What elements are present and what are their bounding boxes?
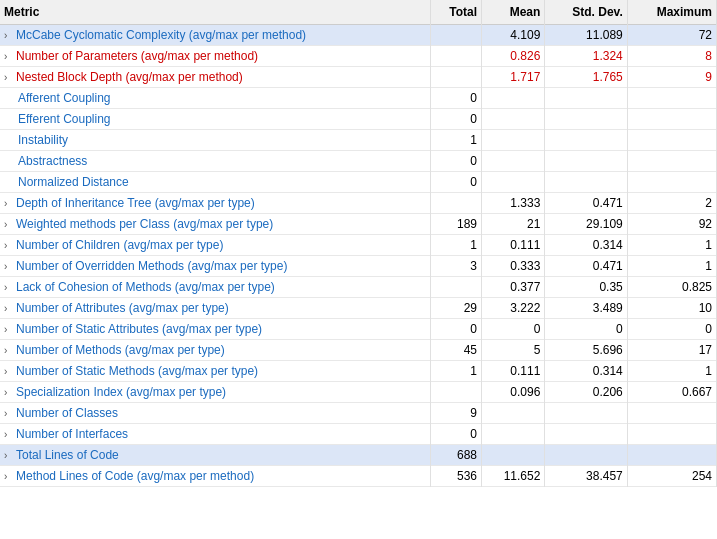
metric-stddev: 29.109 [545, 214, 627, 235]
metric-mean: 3.222 [481, 298, 544, 319]
table-row[interactable]: ›Nested Block Depth (avg/max per method)… [0, 67, 717, 88]
metric-mean [481, 403, 544, 424]
metric-stddev: 0.314 [545, 361, 627, 382]
metric-name-cell: ›Number of Classes [0, 403, 431, 424]
metric-total: 0 [431, 172, 482, 193]
table-row[interactable]: ›Number of Static Methods (avg/max per t… [0, 361, 717, 382]
table-row[interactable]: ›Method Lines of Code (avg/max per metho… [0, 466, 717, 487]
metric-name-cell: ›Number of Parameters (avg/max per metho… [0, 46, 431, 67]
table-row[interactable]: Efferent Coupling0 [0, 109, 717, 130]
table-row[interactable]: ›Depth of Inheritance Tree (avg/max per … [0, 193, 717, 214]
metric-total: 688 [431, 445, 482, 466]
metric-maximum: 1 [627, 235, 716, 256]
expand-icon[interactable]: › [4, 429, 14, 440]
metric-mean [481, 424, 544, 445]
metric-name-cell: ›Number of Attributes (avg/max per type) [0, 298, 431, 319]
metric-stddev: 38.457 [545, 466, 627, 487]
metric-maximum [627, 130, 716, 151]
metric-label: Number of Static Attributes (avg/max per… [16, 322, 262, 336]
expand-icon[interactable]: › [4, 30, 14, 41]
metric-name-cell: ›Method Lines of Code (avg/max per metho… [0, 466, 431, 487]
metric-total [431, 46, 482, 67]
metric-maximum: 0 [627, 319, 716, 340]
expand-icon[interactable]: › [4, 366, 14, 377]
metric-maximum [627, 88, 716, 109]
table-row[interactable]: Instability1 [0, 130, 717, 151]
expand-icon[interactable]: › [4, 408, 14, 419]
metric-name-cell: ›Number of Static Methods (avg/max per t… [0, 361, 431, 382]
table-row[interactable]: ›Total Lines of Code688 [0, 445, 717, 466]
metric-label: Number of Children (avg/max per type) [16, 238, 223, 252]
metric-name-cell: ›Number of Overridden Methods (avg/max p… [0, 256, 431, 277]
metric-maximum [627, 403, 716, 424]
metric-total: 29 [431, 298, 482, 319]
metric-label: Normalized Distance [18, 175, 129, 189]
table-row[interactable]: ›Specialization Index (avg/max per type)… [0, 382, 717, 403]
metric-stddev [545, 445, 627, 466]
header-maximum: Maximum [627, 0, 716, 25]
metric-name-cell: Afferent Coupling [0, 88, 431, 109]
expand-icon[interactable]: › [4, 240, 14, 251]
table-row[interactable]: ›Number of Interfaces0 [0, 424, 717, 445]
table-row[interactable]: ›Number of Attributes (avg/max per type)… [0, 298, 717, 319]
metric-maximum: 92 [627, 214, 716, 235]
metric-name-cell: ›Nested Block Depth (avg/max per method) [0, 67, 431, 88]
metric-name-cell: Efferent Coupling [0, 109, 431, 130]
metric-total: 0 [431, 424, 482, 445]
table-row[interactable]: ›Number of Classes9 [0, 403, 717, 424]
metric-mean: 1.333 [481, 193, 544, 214]
table-row[interactable]: ›Number of Parameters (avg/max per metho… [0, 46, 717, 67]
metric-name-cell: ›Number of Interfaces [0, 424, 431, 445]
metric-maximum: 0.667 [627, 382, 716, 403]
metrics-table: Metric Total Mean Std. Dev. Maximum ›McC… [0, 0, 717, 487]
expand-icon[interactable]: › [4, 303, 14, 314]
metric-label: Method Lines of Code (avg/max per method… [16, 469, 254, 483]
metric-label: Afferent Coupling [18, 91, 111, 105]
table-row[interactable]: ›McCabe Cyclomatic Complexity (avg/max p… [0, 25, 717, 46]
table-row[interactable]: ›Number of Overridden Methods (avg/max p… [0, 256, 717, 277]
metric-maximum: 0.825 [627, 277, 716, 298]
expand-icon[interactable]: › [4, 72, 14, 83]
metric-label: Nested Block Depth (avg/max per method) [16, 70, 243, 84]
expand-icon[interactable]: › [4, 471, 14, 482]
table-row[interactable]: Afferent Coupling0 [0, 88, 717, 109]
metric-maximum: 2 [627, 193, 716, 214]
metric-stddev [545, 109, 627, 130]
expand-icon[interactable]: › [4, 198, 14, 209]
metric-total: 0 [431, 319, 482, 340]
metric-stddev: 1.765 [545, 67, 627, 88]
table-row[interactable]: ›Number of Children (avg/max per type)10… [0, 235, 717, 256]
metric-label: Number of Classes [16, 406, 118, 420]
expand-icon[interactable]: › [4, 387, 14, 398]
metric-mean: 5 [481, 340, 544, 361]
metric-stddev: 0.206 [545, 382, 627, 403]
metric-label: Total Lines of Code [16, 448, 119, 462]
table-row[interactable]: Normalized Distance0 [0, 172, 717, 193]
metric-mean: 0 [481, 319, 544, 340]
table-row[interactable]: ›Weighted methods per Class (avg/max per… [0, 214, 717, 235]
metric-stddev: 0 [545, 319, 627, 340]
table-row[interactable]: ›Number of Methods (avg/max per type)455… [0, 340, 717, 361]
expand-icon[interactable]: › [4, 282, 14, 293]
metric-total: 1 [431, 235, 482, 256]
table-row[interactable]: ›Number of Static Attributes (avg/max pe… [0, 319, 717, 340]
metric-stddev [545, 403, 627, 424]
expand-icon[interactable]: › [4, 324, 14, 335]
metric-label: Number of Interfaces [16, 427, 128, 441]
metric-name-cell: Instability [0, 130, 431, 151]
expand-icon[interactable]: › [4, 219, 14, 230]
metric-stddev [545, 130, 627, 151]
expand-icon[interactable]: › [4, 450, 14, 461]
metric-mean [481, 172, 544, 193]
metric-name-cell: ›Number of Methods (avg/max per type) [0, 340, 431, 361]
metric-name-cell: ›McCabe Cyclomatic Complexity (avg/max p… [0, 25, 431, 46]
metric-mean [481, 151, 544, 172]
table-row[interactable]: ›Lack of Cohesion of Methods (avg/max pe… [0, 277, 717, 298]
expand-icon[interactable]: › [4, 51, 14, 62]
expand-icon[interactable]: › [4, 261, 14, 272]
expand-icon[interactable]: › [4, 345, 14, 356]
metric-stddev: 0.471 [545, 256, 627, 277]
table-row[interactable]: Abstractness0 [0, 151, 717, 172]
metric-total [431, 277, 482, 298]
metric-total: 0 [431, 88, 482, 109]
